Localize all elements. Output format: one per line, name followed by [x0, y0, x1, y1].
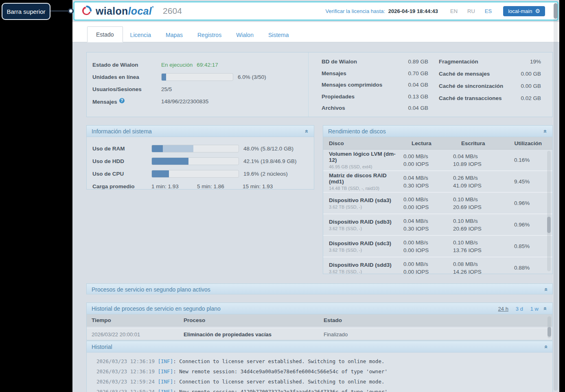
- log-level: [INF]: [158, 389, 173, 392]
- write-mbs: 0.08 MB/s: [453, 260, 504, 268]
- system-info-body: Uso de RAM 48.0% (5.8/12.0 GB) Uso de HD…: [87, 137, 314, 189]
- collapse-up-icon[interactable]: «: [543, 128, 548, 134]
- tab[interactable]: Mapas: [158, 27, 190, 42]
- disk-row: Dispositivo RAID (sdd3) 3.62 TB (SSD, -)…: [323, 257, 552, 274]
- disk-name-cell: Dispositivo RAID (sda3) 3.62 TB (SSD, -): [323, 197, 398, 209]
- read-mbs: 0.00 MB/s: [403, 260, 447, 268]
- log-level: [INF]: [158, 368, 173, 375]
- tab[interactable]: Registros: [190, 27, 229, 42]
- col-estado: Estado: [319, 317, 552, 323]
- language-link[interactable]: ES: [485, 8, 492, 14]
- active-processes-panel: Procesos de servicio en segundo plano ac…: [86, 283, 553, 294]
- log-timestamp: 2026/03/23 12:36:19: [96, 358, 155, 364]
- db-stat-row: Propiedades 0.13 GB: [322, 94, 428, 105]
- expand-down-icon[interactable]: »: [543, 344, 548, 350]
- expand-down-icon[interactable]: »: [543, 287, 548, 292]
- db-stat-value: 0.02 GB: [521, 95, 541, 101]
- disk-detail: 3.62 TB (SSD, -): [329, 205, 398, 209]
- disk-name: Volumen lógico LVM (dm-12): [329, 151, 398, 163]
- db-stat-label: Mensajes: [322, 70, 346, 76]
- annotation-callout: Barra superior: [2, 3, 50, 20]
- status-row-usuarios: Usuarios/Sesiones 25/5: [92, 83, 308, 95]
- active-processes-header: Procesos de servicio en segundo plano ac…: [87, 284, 552, 294]
- tab[interactable]: Wialon: [229, 27, 261, 42]
- disk-detail: 3.62 TB (SSD, -): [329, 248, 398, 253]
- screenshot-stage: Barra superior wialonlocal’ 2604 Verific…: [0, 0, 565, 392]
- disk-detail: 14.48 TB (SSD, -, raid10): [329, 186, 398, 191]
- language-link[interactable]: RU: [467, 8, 475, 14]
- gear-icon: ⚙: [535, 8, 540, 14]
- db-stat-row: Caché de sincronización 0.00 GB: [439, 83, 541, 95]
- db-stat-label: Caché de sincronización: [439, 83, 503, 89]
- log-message: : Connection to license server establish…: [173, 379, 384, 385]
- process-row: 2026/03/22 20:00:01 Eliminación de propi…: [87, 328, 552, 340]
- disk-row: Dispositivo RAID (sdc3) 3.62 TB (SSD, -)…: [323, 236, 552, 257]
- page-scrollbar-thumb[interactable]: [554, 3, 558, 19]
- range-link[interactable]: 1 w: [530, 306, 539, 312]
- write-mbs: 0.10 MB/s: [453, 196, 504, 203]
- load-average-row: Carga promedio 1 min: 1.93 5 min: 1.86 1…: [92, 180, 314, 189]
- log-line: 2026/03/23 12:36:19 [INF]: Connection to…: [96, 356, 552, 366]
- disk-write-cell: 0.10 MB/s 20.69 IOPS: [447, 196, 504, 211]
- db-stat-label: Propiedades: [322, 94, 355, 100]
- read-iops: 0.00 IOPS: [403, 160, 447, 168]
- log-line: 2026/03/23 12:59:24 [INF]: Connection to…: [96, 377, 552, 387]
- disk-name-cell: Dispositivo RAID (sdb3) 3.62 TB (SSD, -): [323, 219, 398, 231]
- annotation-label: Barra superior: [7, 8, 45, 15]
- page-scrollbar[interactable]: [554, 3, 558, 391]
- disk-utilization: 0.96%: [504, 200, 552, 206]
- range-link[interactable]: 24 h: [498, 306, 508, 312]
- range-link[interactable]: 3 d: [516, 306, 523, 312]
- estado-label: Estado de Wialon: [92, 62, 161, 68]
- ram-fill-cached: [163, 145, 194, 152]
- disk-table-scrollbar-thumb[interactable]: [547, 217, 551, 233]
- account-button[interactable]: local-main ⚙: [503, 6, 545, 16]
- read-mbs: 0.04 MB/s: [403, 217, 447, 225]
- col-proceso: Proceso: [179, 317, 319, 323]
- disk-table-scrollbar[interactable]: [547, 151, 551, 271]
- disk-utilization: 0.96%: [504, 222, 552, 228]
- history-log-panel: Historial » 2026/03/23 12:36:19 [INF]: C…: [86, 341, 553, 392]
- language-link[interactable]: EN: [450, 8, 458, 14]
- brand-wordmark: wialonlocal’: [96, 5, 154, 17]
- db-stat-value: 0.00 GB: [521, 71, 541, 77]
- disk-detail: 46.95 GB (SSD, ext4): [329, 164, 398, 169]
- col-tiempo: Tiempo: [87, 317, 179, 323]
- tab[interactable]: Licencia: [123, 27, 158, 42]
- tab[interactable]: Estado: [87, 26, 123, 42]
- ram-label: Uso de RAM: [92, 146, 151, 152]
- db-stat-row: BD de Wialon 0.89 GB: [322, 59, 428, 70]
- write-iops: 13.76 IOPS: [453, 246, 504, 254]
- help-icon[interactable]: ?: [119, 98, 125, 103]
- read-mbs: 0.00 MB/s: [403, 239, 447, 246]
- hdd-progressbar: [151, 157, 239, 165]
- disk-read-cell: 0.04 MB/s 0.30 IOPS: [398, 217, 447, 233]
- db-stat-row: Caché de transacciones 0.02 GB: [439, 95, 541, 107]
- disk-write-cell: 0.04 MB/s 10.89 IOPS: [447, 152, 504, 168]
- log-timestamp: 2026/03/23 12:59:24: [96, 379, 155, 385]
- read-mbs: 0.00 MB/s: [403, 196, 447, 203]
- cpu-fill: [152, 170, 169, 177]
- disk-write-cell: 0.26 MB/s 41.09 IOPS: [447, 174, 504, 189]
- license-link[interactable]: Verificar la licencia hasta:: [326, 8, 385, 14]
- db-stat-value: 0.04 GB: [408, 82, 428, 88]
- collapse-up-icon[interactable]: «: [304, 128, 310, 134]
- db-stat-row: Fragmentación 19%: [439, 59, 541, 71]
- system-info-title: Información del sistema: [92, 128, 152, 135]
- disk-name-cell: Matriz de discos RAID (md1) 14.48 TB (SS…: [323, 172, 398, 191]
- tab[interactable]: Sistema: [261, 27, 296, 42]
- unidades-label: Unidades en línea: [92, 74, 161, 80]
- process-table-scrollbar-thumb[interactable]: [547, 327, 551, 337]
- process-name: Eliminación de propiedades vacías: [179, 331, 319, 338]
- units-progress-fill: [162, 74, 166, 81]
- process-table-header: Tiempo Proceso Estado: [87, 314, 552, 327]
- top-bar: wialonlocal’ 2604 Verificar la licencia …: [73, 1, 558, 21]
- write-iops: 14.26 IOPS: [453, 268, 504, 274]
- mensajes-value: 148/96/22/2300835: [161, 98, 208, 105]
- status-row-unidades: Unidades en línea 6.0% (3/50): [92, 71, 308, 83]
- collapse-up-icon[interactable]: «: [543, 306, 548, 311]
- db-stat-label: Mensajes comprimidos: [322, 82, 382, 88]
- cpu-progressbar: [151, 170, 239, 178]
- disk-performance-panel: Rendimiento de discos « Disco Lectura Es…: [323, 125, 553, 274]
- process-table-scrollbar[interactable]: [547, 316, 551, 338]
